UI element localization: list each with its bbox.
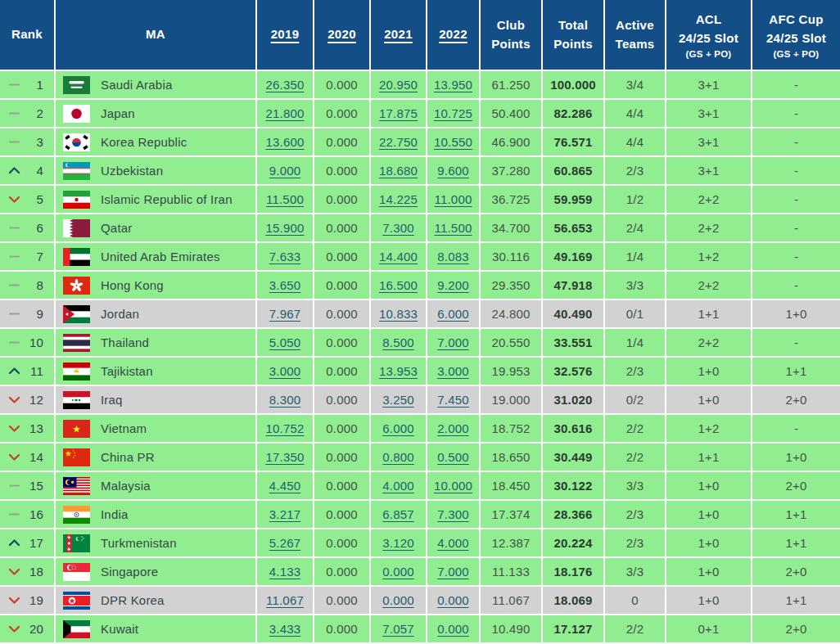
points-2021-link[interactable]: 22.750 (379, 135, 418, 149)
points-2022-link[interactable]: 9.600 (437, 164, 469, 178)
points-2022-link[interactable]: 10.725 (434, 106, 472, 120)
active-teams-value: 0/2 (626, 393, 644, 407)
sort-2020-link[interactable]: 2020 (314, 25, 369, 44)
points-2019-link[interactable]: 21.800 (265, 106, 304, 120)
club-points-value: 29.350 (491, 278, 530, 292)
points-2022-link[interactable]: 10.550 (434, 135, 472, 149)
points-2021-link[interactable]: 7.057 (382, 622, 414, 636)
points-2021-link[interactable]: 16.500 (379, 278, 418, 292)
points-2022-link[interactable]: 7.000 (437, 565, 469, 579)
points-2022-cell: 7.450 (427, 385, 480, 414)
points-2021-link[interactable]: 3.250 (382, 393, 414, 407)
points-2022-link[interactable]: 0.500 (437, 450, 469, 464)
points-2022-link[interactable]: 7.000 (437, 336, 469, 349)
points-2022-link[interactable]: 11.000 (435, 192, 472, 206)
club-points-cell: 10.490 (480, 615, 542, 643)
points-2022-link[interactable]: 2.000 (437, 421, 469, 435)
total-points-value: 100.000 (550, 78, 596, 92)
acl-slot-value: 1+0 (698, 507, 719, 521)
points-2019-link[interactable]: 9.000 (269, 164, 301, 178)
header-2020: 2020 (314, 0, 370, 70)
points-2019-link[interactable]: 3.000 (269, 364, 301, 378)
rank-down-icon (7, 622, 21, 636)
country-name: China PR (101, 450, 155, 464)
header-2021: 2021 (370, 0, 427, 70)
flag-th-icon (63, 334, 90, 352)
points-2021-link[interactable]: 8.500 (382, 336, 414, 349)
points-2021-link[interactable]: 7.300 (382, 221, 414, 235)
afc-cup-slot-cell: 1+1 (752, 500, 840, 529)
club-points-value: 11.133 (492, 565, 530, 579)
sort-2022-link[interactable]: 2022 (427, 25, 479, 44)
points-2019-link[interactable]: 7.967 (269, 307, 301, 321)
points-2019-link[interactable]: 4.450 (269, 479, 301, 493)
points-2022-link[interactable]: 7.450 (437, 393, 469, 407)
points-2021-link[interactable]: 17.875 (379, 106, 418, 120)
points-2022-link[interactable]: 10.000 (434, 479, 472, 493)
sort-2019-link[interactable]: 2019 (257, 25, 313, 44)
flag-my-icon (63, 477, 90, 495)
points-2022-link[interactable]: 13.950 (434, 78, 472, 92)
points-2021-link[interactable]: 13.953 (379, 364, 418, 378)
rank-cell: 14 (0, 443, 55, 471)
club-points-cell: 11.067 (480, 586, 542, 615)
points-2019-link[interactable]: 15.900 (265, 221, 304, 235)
points-2019-link[interactable]: 3.650 (269, 278, 301, 292)
points-2022-cell: 3.000 (427, 357, 480, 385)
active-teams-cell: 2/2 (604, 414, 666, 443)
points-2022-link[interactable]: 8.083 (437, 250, 469, 263)
table-row: 17 Turkmenistan 5.267 0.000 3.120 4.000 … (0, 529, 840, 557)
points-2021-link[interactable]: 4.000 (382, 479, 414, 493)
points-2019-link[interactable]: 3.217 (269, 507, 301, 521)
club-points-cell: 20.550 (480, 328, 542, 357)
points-2022-link[interactable]: 9.200 (437, 278, 469, 292)
points-2021-link[interactable]: 0.800 (382, 450, 414, 464)
points-2019-link[interactable]: 8.300 (269, 393, 301, 407)
active-teams-value: 0/1 (626, 307, 644, 321)
points-2021-cell: 0.000 (370, 586, 427, 615)
active-teams-value: 4/4 (626, 106, 644, 120)
points-2021-cell: 8.500 (370, 328, 427, 357)
header-club-points: Club Points (480, 0, 542, 70)
acl-slot-cell: 1+0 (666, 500, 752, 529)
flag-kw-icon (63, 620, 90, 638)
points-2019-link[interactable]: 10.752 (265, 421, 304, 435)
points-2019-link[interactable]: 7.633 (269, 250, 301, 263)
points-2019-link[interactable]: 13.600 (265, 135, 304, 149)
points-2021-link[interactable]: 14.225 (379, 192, 418, 206)
points-2019-link[interactable]: 11.067 (266, 593, 304, 607)
points-2019-link[interactable]: 5.267 (269, 536, 301, 550)
points-2019-link[interactable]: 5.050 (269, 336, 301, 349)
points-2022-link[interactable]: 6.000 (437, 307, 469, 321)
points-2022-link[interactable]: 0.000 (437, 593, 469, 607)
points-2021-link[interactable]: 10.833 (379, 307, 418, 321)
points-2020-value: 0.000 (326, 593, 358, 607)
points-2022-link[interactable]: 0.000 (437, 622, 469, 636)
points-2019-link[interactable]: 4.133 (269, 565, 301, 579)
points-2019-link[interactable]: 17.350 (265, 450, 304, 464)
points-2021-link[interactable]: 14.400 (379, 250, 418, 263)
points-2021-link[interactable]: 0.000 (382, 565, 414, 579)
points-2020-value: 0.000 (326, 622, 358, 636)
rank-number: 4 (36, 164, 43, 178)
club-points-cell: 19.953 (480, 357, 542, 385)
points-2020-cell: 0.000 (314, 357, 370, 385)
points-2021-link[interactable]: 6.000 (382, 421, 414, 435)
points-2019-link[interactable]: 11.500 (266, 192, 304, 206)
points-2022-link[interactable]: 11.500 (435, 221, 472, 235)
points-2019-link[interactable]: 3.433 (269, 622, 301, 636)
points-2022-link[interactable]: 3.000 (437, 364, 469, 378)
points-2021-link[interactable]: 6.857 (382, 507, 414, 521)
total-points-cell: 30.122 (542, 471, 604, 500)
club-points-value: 10.490 (491, 622, 530, 636)
points-2022-link[interactable]: 7.300 (437, 507, 469, 521)
total-points-cell: 20.224 (542, 529, 604, 557)
ma-cell: Thailand (55, 328, 256, 357)
points-2019-link[interactable]: 26.350 (265, 78, 304, 92)
points-2022-link[interactable]: 4.000 (437, 536, 469, 550)
points-2021-link[interactable]: 0.000 (382, 593, 414, 607)
points-2021-link[interactable]: 18.680 (379, 164, 418, 178)
points-2021-link[interactable]: 3.120 (382, 536, 414, 550)
sort-2021-link[interactable]: 2021 (371, 25, 426, 44)
points-2021-link[interactable]: 20.950 (379, 78, 418, 92)
